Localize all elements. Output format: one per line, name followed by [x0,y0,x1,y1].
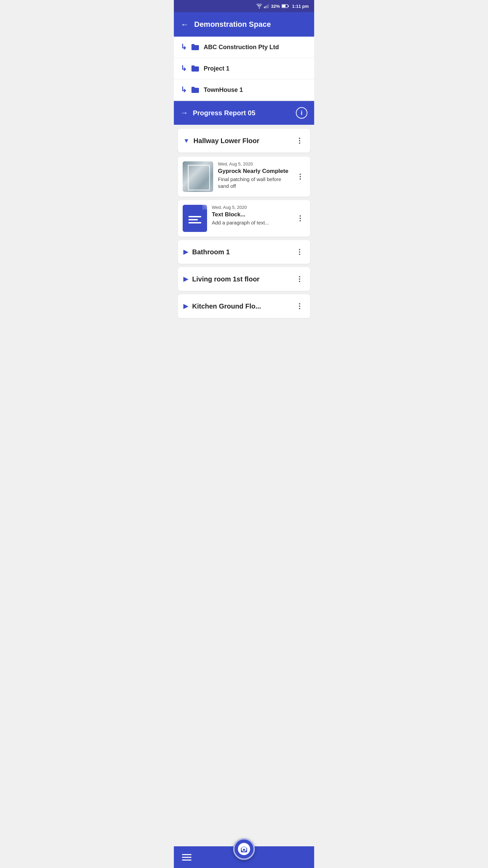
folder-icon-2 [191,65,200,72]
entry-title-gyprock: Gyprock Nearly Complete [218,168,290,175]
page-title: Demonstration Space [194,20,271,29]
breadcrumb-list: ↳ ABC Construction Pty Ltd ↳ Project 1 ↳… [174,37,314,101]
svg-rect-6 [288,5,289,7]
section-title-hallway: Hallway Lower Floor [194,137,259,145]
chevron-right-icon-bathroom: ▶ [183,248,188,256]
chevron-right-icon-livingroom: ▶ [183,275,188,283]
entry-content-textblock: Wed, Aug 5, 2020 Text Block... Add a par… [212,205,290,226]
breadcrumb-arrow-icon: ↳ [181,43,187,52]
section-title-bathroom: Bathroom 1 [192,248,230,256]
breadcrumb-arrow-icon-3: ↳ [181,85,187,94]
wifi-icon [256,4,262,8]
breadcrumb-arrow-icon-2: ↳ [181,64,187,73]
section-header-livingroom[interactable]: ▶ Living room 1st floor [178,267,310,291]
battery-icon [282,4,289,8]
folder-icon-3 [191,86,200,94]
section-header-bathroom[interactable]: ▶ Bathroom 1 [178,240,310,264]
entry-title-textblock: Text Block... [212,211,290,218]
progress-report-label: Progress Report 05 [193,109,256,117]
entry-image-gyprock [183,161,213,192]
entry-content-gyprock: Wed, Aug 5, 2020 Gyprock Nearly Complete… [218,161,290,190]
progress-report-row[interactable]: → Progress Report 05 i [174,101,314,125]
breadcrumb-label-abc: ABC Construction Pty Ltd [204,44,279,51]
section-hallway: ▼ Hallway Lower Floor [178,129,310,153]
breadcrumb-item-townhouse[interactable]: ↳ TownHouse 1 [174,79,314,101]
dot-1 [299,138,300,139]
info-button[interactable]: i [296,107,307,119]
section-menu-bathroom[interactable] [294,247,305,257]
entry-date-gyprock: Wed, Aug 5, 2020 [218,161,290,166]
entry-desc-gyprock: Final patching of wall before sand off [218,176,290,190]
dot-3 [299,142,300,144]
breadcrumb-label-project1: Project 1 [204,65,229,72]
section-header-kitchen[interactable]: ▶ Kitchen Ground Flo... [178,294,310,318]
progress-arrow-icon: → [181,108,188,117]
breadcrumb-item-abc[interactable]: ↳ ABC Construction Pty Ltd [174,37,314,58]
status-bar: 32% 1:11 pm [174,0,314,12]
doc-icon-lines [188,216,201,223]
svg-rect-5 [282,5,285,7]
section-title-livingroom: Living room 1st floor [192,275,260,283]
section-header-left-kitchen: ▶ Kitchen Ground Flo... [183,302,261,310]
chevron-down-icon-hallway: ▼ [183,137,189,144]
progress-report-left: → Progress Report 05 [181,108,256,117]
app-header: ← Demonstration Space [174,12,314,37]
section-header-left-bathroom: ▶ Bathroom 1 [183,248,230,256]
dot-2 [299,140,300,141]
status-icons: 32% 1:11 pm [256,4,309,9]
section-menu-livingroom[interactable] [294,274,305,284]
breadcrumb-item-project1[interactable]: ↳ Project 1 [174,58,314,79]
chevron-right-icon-kitchen: ▶ [183,302,188,310]
section-menu-kitchen[interactable] [294,301,305,311]
entry-doc-icon [183,205,207,232]
section-title-kitchen: Kitchen Ground Flo... [192,302,261,310]
section-bathroom: ▶ Bathroom 1 [178,240,310,264]
back-button[interactable]: ← [181,20,189,29]
section-header-hallway[interactable]: ▼ Hallway Lower Floor [178,129,310,153]
entry-date-textblock: Wed, Aug 5, 2020 [212,205,290,210]
svg-rect-2 [267,5,267,8]
signal-icon [264,4,269,8]
entry-menu-gyprock[interactable] [295,172,305,182]
content-area: ▼ Hallway Lower Floor Wed, Aug 5, 2020 G… [174,125,314,352]
entry-gyprock[interactable]: Wed, Aug 5, 2020 Gyprock Nearly Complete… [178,157,310,197]
svg-rect-1 [265,6,266,8]
entry-textblock[interactable]: Wed, Aug 5, 2020 Text Block... Add a par… [178,200,310,237]
svg-rect-3 [268,4,269,8]
section-header-left-hallway: ▼ Hallway Lower Floor [183,137,259,145]
section-livingroom: ▶ Living room 1st floor [178,267,310,291]
section-header-left-livingroom: ▶ Living room 1st floor [183,275,260,283]
breadcrumb-label-townhouse: TownHouse 1 [204,86,243,94]
svg-rect-0 [264,7,265,8]
section-kitchen: ▶ Kitchen Ground Flo... [178,294,310,318]
entry-menu-textblock[interactable] [295,213,305,223]
section-menu-hallway[interactable] [294,136,305,146]
folder-icon [191,43,200,51]
entry-thumbnail-gyprock [183,161,213,192]
time-display: 1:11 pm [292,4,309,9]
info-icon: i [301,110,302,117]
battery-percent: 32% [271,4,280,9]
entry-desc-textblock: Add a paragraph of text... [212,219,290,226]
